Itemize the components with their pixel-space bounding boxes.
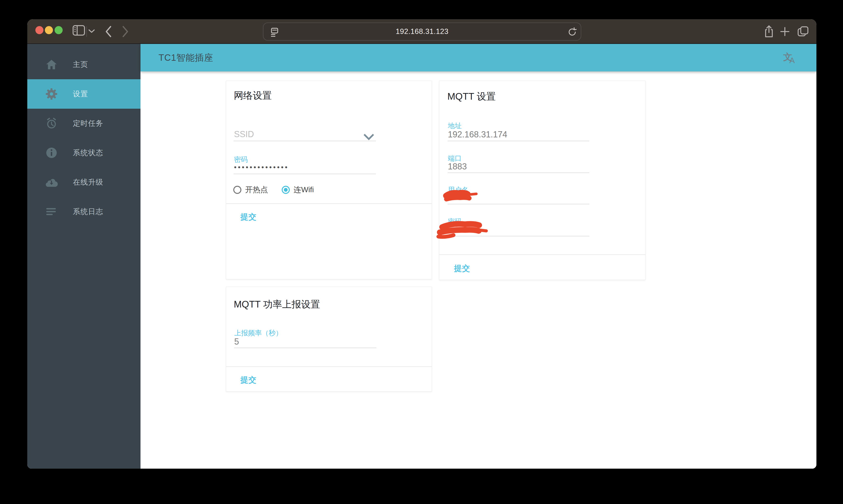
report-frequency-field[interactable]: 5 (234, 337, 239, 347)
home-icon (45, 59, 58, 70)
address-bar[interactable]: 192.168.31.123 (263, 22, 581, 40)
new-tab-icon[interactable] (780, 27, 790, 36)
ssid-select[interactable]: SSID (234, 129, 254, 139)
page-content: 网络设置 SSID 密码 •••••••••••••• 开热点 连Wif (141, 71, 817, 469)
chevron-down-icon[interactable] (88, 29, 95, 34)
translate-icon[interactable]: 文 A (783, 51, 796, 64)
minimize-window-button[interactable] (45, 26, 53, 34)
mqtt-submit-button[interactable]: 提交 (454, 263, 470, 274)
mqtt-port-field[interactable]: 1883 (448, 162, 467, 172)
wifi-mode-radio-group: 开热点 连Wifi (233, 185, 314, 195)
app-header: TC1智能插座 文 A (141, 44, 817, 71)
redaction-scribble-username (443, 190, 478, 204)
forward-button-icon[interactable] (121, 25, 129, 38)
network-settings-card: 网络设置 SSID 密码 •••••••••••••• 开热点 连Wif (226, 81, 432, 279)
card-action-divider (226, 366, 432, 367)
mqtt-settings-card: MQTT 设置 地址 192.168.31.174 端口 1883 用户名 (439, 81, 646, 280)
alarm-clock-icon (45, 118, 58, 129)
zoom-window-button[interactable] (55, 26, 62, 34)
page-column: TC1智能插座 文 A 网络设置 SSID 密码 •••••••••••••• (141, 44, 817, 469)
radio-wifi[interactable] (282, 186, 290, 194)
log-list-icon (45, 207, 58, 216)
close-window-button[interactable] (35, 26, 43, 34)
radio-hotspot[interactable] (233, 186, 241, 194)
ssid-underline (234, 141, 376, 141)
gear-icon (45, 88, 58, 100)
browser-window: 192.168.31.123 (27, 19, 817, 469)
share-icon[interactable] (764, 25, 774, 38)
redaction-scribble-password (436, 220, 491, 241)
card-action-divider (439, 254, 645, 255)
sidebar-item-settings[interactable]: 设置 (27, 79, 141, 109)
mqtt-address-field[interactable]: 192.168.31.174 (448, 129, 507, 140)
sidebar-item-home[interactable]: 主页 (27, 50, 141, 79)
report-frequency-label: 上报频率（秒） (234, 328, 283, 338)
mqtt-address-label: 地址 (448, 121, 462, 131)
radio-hotspot-label[interactable]: 开热点 (245, 185, 268, 195)
radio-wifi-label[interactable]: 连Wifi (293, 185, 314, 195)
sidebar-item-online-upgrade[interactable]: 在线升级 (27, 167, 141, 197)
password-underline (234, 174, 376, 174)
page-settings-icon[interactable] (270, 27, 280, 37)
sidebar-item-system-status[interactable]: 系统状态 (27, 138, 141, 167)
card-title: MQTT 功率上报设置 (234, 298, 320, 311)
main-area: 主页 (27, 44, 817, 469)
network-submit-button[interactable]: 提交 (240, 212, 256, 222)
wifi-password-label: 密码 (234, 155, 248, 164)
card-title: MQTT 设置 (447, 90, 496, 103)
info-icon (45, 147, 58, 159)
wifi-password-field[interactable]: •••••••••••••• (234, 163, 289, 171)
cloud-download-icon (45, 178, 58, 187)
select-chevron-icon[interactable] (363, 133, 374, 141)
card-title: 网络设置 (234, 89, 272, 102)
sidebar: 主页 (27, 44, 141, 469)
power-submit-button[interactable]: 提交 (240, 375, 256, 385)
page-title: TC1智能插座 (159, 52, 213, 64)
sidebar-item-system-log[interactable]: 系统日志 (27, 197, 141, 227)
mqtt-power-report-card: MQTT 功率上报设置 上报频率（秒） 5 提交 (226, 287, 432, 392)
browser-toolbar: 192.168.31.123 (27, 19, 817, 44)
back-button-icon[interactable] (104, 25, 112, 38)
card-action-divider (226, 203, 432, 204)
url-text: 192.168.31.123 (396, 27, 449, 36)
sidebar-item-timer-tasks[interactable]: 定时任务 (27, 109, 141, 138)
sidebar-toggle-icon[interactable] (72, 25, 85, 36)
toolbar-separator (86, 26, 87, 37)
reload-icon[interactable] (568, 27, 577, 37)
tab-overview-icon[interactable] (797, 26, 809, 37)
